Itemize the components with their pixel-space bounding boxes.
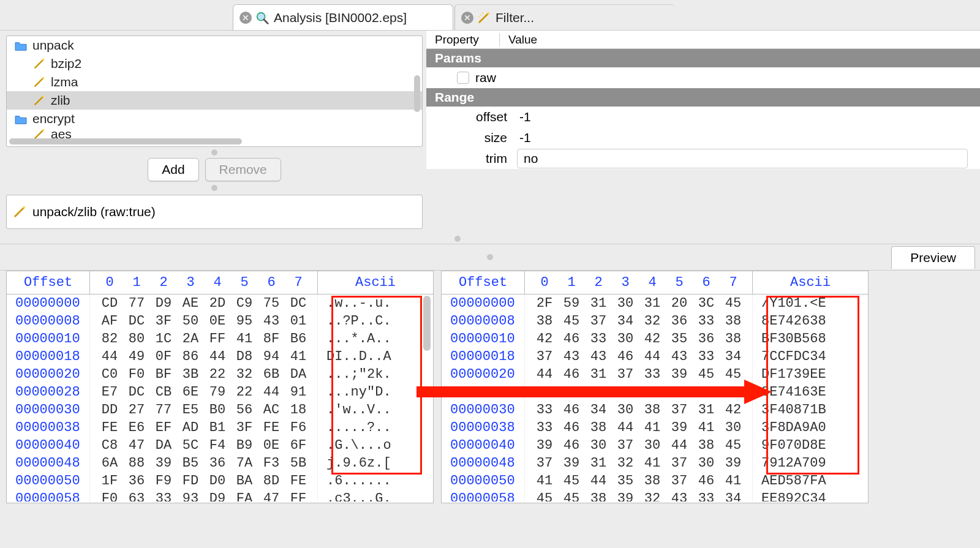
hex-row[interactable]: 0000001837434346444333347CCFDC34 (442, 348, 868, 366)
param-raw-row[interactable]: raw (426, 67, 980, 88)
column-header-value[interactable]: Value (500, 33, 537, 47)
column-header-byte[interactable]: 4 (639, 275, 666, 290)
hex-row[interactable]: 0000000838453734323633388E742638 (442, 312, 868, 330)
hex-row[interactable]: 00000038FEE6EFADB13FFEF6.....?.. (7, 419, 433, 437)
wand-icon (477, 11, 491, 24)
svg-point-3 (488, 12, 490, 14)
hex-row[interactable]: 0000003033463430383731423F40871B (442, 401, 868, 419)
hex-row[interactable]: 0000004039463037304438459F070D8E (442, 437, 868, 454)
column-header-offset[interactable]: Offset (7, 271, 90, 294)
tabs-bar: ✕ Analysis [BIN0002.eps] ✕ Filter... (0, 0, 980, 31)
column-header-byte[interactable]: 6 (693, 275, 720, 290)
tab-label: Analysis [BIN0002.eps] (274, 10, 407, 25)
column-header-byte[interactable]: 2 (585, 275, 612, 290)
hex-row[interactable]: 000000501F36F9FDD0BA8DFE.6...... (7, 472, 433, 490)
offset-value[interactable]: -1 (514, 110, 531, 124)
hex-row[interactable]: 0000004837393132413730397912A709 (442, 454, 868, 472)
hex-row[interactable]: 0000001844490F8644D89441DI..D..A (7, 348, 433, 366)
range-size-row: size-1 (426, 127, 980, 148)
column-header-byte[interactable]: 0 (96, 275, 123, 290)
tree-item-lzma[interactable]: lzma (7, 73, 422, 91)
hex-scrollbar[interactable] (423, 296, 432, 500)
svg-line-8 (35, 96, 43, 104)
tree-item-encrypt[interactable]: encrypt (7, 110, 422, 128)
splitter-grip[interactable] (209, 149, 219, 154)
svg-point-9 (42, 96, 44, 97)
preview-button[interactable]: Preview (891, 246, 975, 269)
tree-item-zlib[interactable]: zlib (7, 91, 422, 110)
column-header-byte[interactable]: 2 (150, 275, 177, 290)
properties-panel: Property Value Params raw Range offset-1… (426, 31, 980, 244)
wand-icon (32, 58, 46, 69)
column-header-byte[interactable]: 7 (285, 275, 312, 290)
hex-row[interactable]: 0000001082801C2AFF418FB6...*.A.. (7, 330, 433, 348)
applied-filter-box[interactable]: unpack/zlib (raw:true) (6, 195, 423, 229)
tree-item-unpack[interactable]: unpack (7, 36, 422, 54)
hex-row[interactable]: 00000028E7DCCB6E79224491...ny"D. (7, 383, 433, 401)
raw-label: raw (475, 70, 496, 85)
column-header-byte[interactable]: 5 (666, 275, 693, 290)
column-header-byte[interactable]: 1 (123, 275, 150, 290)
folder-icon (14, 113, 28, 124)
tree-scrollbar-horizontal[interactable] (9, 138, 420, 145)
hex-panel-result: Offset 01234567 Ascii 000000002F59313031… (441, 271, 869, 503)
hex-row[interactable]: 00000020C0F0BF3B22326BDA...;"2k. (7, 366, 433, 383)
hex-row[interactable]: 0000003833463844413941303F8DA9A0 (442, 419, 868, 437)
magnifier-icon (255, 11, 269, 24)
column-header-byte[interactable]: 5 (231, 275, 258, 290)
svg-line-4 (35, 59, 43, 67)
section-params: Params (426, 49, 980, 67)
close-icon[interactable]: ✕ (461, 12, 473, 24)
tree-item-bzip2[interactable]: bzip2 (7, 54, 422, 73)
tree-scrollbar-vertical[interactable] (413, 39, 421, 135)
column-header-byte[interactable]: 4 (204, 275, 231, 290)
size-value[interactable]: -1 (514, 130, 531, 145)
column-header-byte[interactable]: 7 (720, 275, 747, 290)
svg-line-10 (35, 130, 43, 138)
applied-filter-text: unpack/zlib (raw:true) (32, 205, 156, 219)
tab-filter[interactable]: ✕ Filter... (454, 4, 675, 30)
svg-point-13 (23, 206, 26, 209)
add-button[interactable]: Add (148, 158, 198, 181)
svg-line-1 (264, 19, 268, 23)
range-offset-row: offset-1 (426, 107, 980, 127)
hex-row[interactable]: 00000008AFDC3F500E954301..?P..C. (7, 312, 433, 330)
hex-row[interactable]: 000000002F59313031203C45/Y101.<E (442, 295, 868, 312)
range-trim-row: trimno (426, 148, 980, 169)
hex-row[interactable]: 0000002838453734313633458E74163E (442, 383, 868, 401)
hex-row[interactable]: 000000584545383932433334EE892C34 (442, 490, 868, 501)
divider-bar[interactable]: Preview (0, 244, 980, 271)
column-header-offset[interactable]: Offset (442, 271, 525, 294)
tab-analysis[interactable]: ✕ Analysis [BIN0002.eps] (233, 4, 453, 30)
column-header-byte[interactable]: 3 (612, 275, 639, 290)
hex-row[interactable]: 00000000CD77D9AE2DC975DC.w..-.u. (7, 295, 433, 312)
hex-panel-source: Offset 01234567 Ascii 00000000CD77D9AE2D… (6, 271, 434, 503)
wand-icon (32, 95, 46, 106)
hex-row[interactable]: 00000040C847DA5CF4B90E6F.G.\...o (7, 437, 433, 454)
hex-row[interactable]: 00000030DD2777E5B056AC18.'w..V.. (7, 401, 433, 419)
column-header-byte[interactable]: 3 (177, 275, 204, 290)
raw-checkbox[interactable] (457, 72, 469, 84)
hex-row[interactable]: 00000058F0633393D9FA47FF.c3...G. (7, 490, 433, 501)
hex-row[interactable]: 000000204446313733394545DF1739EE (442, 366, 868, 383)
splitter-grip[interactable] (209, 185, 219, 190)
column-header-byte[interactable]: 1 (558, 275, 585, 290)
column-header-property[interactable]: Property (426, 33, 500, 47)
column-header-ascii[interactable]: Ascii (318, 275, 433, 290)
svg-point-5 (42, 59, 44, 61)
hex-row[interactable]: 000000504145443538374641AED587FA (442, 472, 868, 490)
column-header-ascii[interactable]: Ascii (753, 275, 868, 290)
folder-icon (14, 40, 28, 51)
close-icon[interactable]: ✕ (239, 12, 252, 24)
hex-row[interactable]: 000000104246333042353638BF30B568 (442, 330, 868, 348)
trim-select[interactable]: no (517, 149, 968, 168)
filter-tree[interactable]: unpackbzip2lzmazlibencryptaes (6, 36, 423, 147)
remove-button: Remove (205, 158, 281, 181)
section-range: Range (426, 88, 980, 107)
column-header-byte[interactable]: 0 (531, 275, 558, 290)
wand-icon (13, 206, 26, 217)
svg-point-11 (42, 129, 44, 131)
hex-row[interactable]: 000000486A8839B5367AF35Bj.9.6z.[ (7, 454, 433, 472)
column-header-byte[interactable]: 6 (258, 275, 285, 290)
tab-label: Filter... (496, 10, 534, 25)
